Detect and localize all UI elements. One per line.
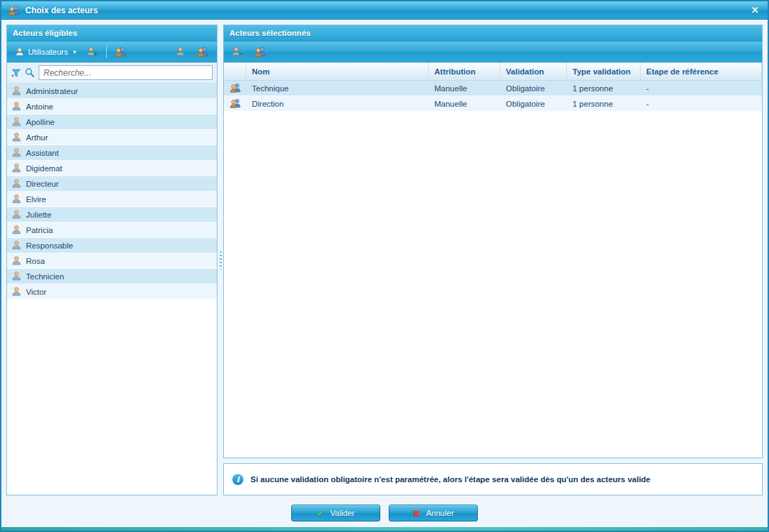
eligible-actors-header: Acteurs éligibles xyxy=(7,25,217,41)
column-header-icon xyxy=(224,62,246,80)
toolbar-divider xyxy=(106,46,107,58)
remove-actor-button[interactable] xyxy=(229,44,246,60)
cell-etape-reference: - xyxy=(641,100,762,108)
validate-button-label: Valider xyxy=(330,509,354,517)
search-input[interactable] xyxy=(39,65,213,80)
table-row[interactable]: Direction Manuelle Obligatoire 1 personn… xyxy=(224,96,762,112)
list-item[interactable]: Rosa xyxy=(7,253,217,269)
select-user-button[interactable] xyxy=(172,44,189,60)
users-filter-label: Utilisateurs xyxy=(28,48,68,56)
group-icon xyxy=(224,98,246,109)
user-name: Arthur xyxy=(26,133,48,142)
search-row xyxy=(7,62,217,84)
list-item[interactable]: Directeur xyxy=(7,176,217,192)
list-item[interactable]: Technicien xyxy=(7,269,217,284)
person-icon xyxy=(11,147,22,158)
add-user-button[interactable] xyxy=(83,44,101,60)
list-item[interactable]: Administrateur xyxy=(7,84,217,99)
user-select-icon xyxy=(175,46,186,57)
column-header-attribution[interactable]: Attribution xyxy=(429,62,500,80)
cell-etape-reference: - xyxy=(641,84,762,93)
select-all-users-button[interactable] xyxy=(194,44,212,60)
user-name: Antoine xyxy=(26,102,53,111)
person-icon xyxy=(11,163,22,173)
user-name: Technicien xyxy=(26,272,64,281)
column-header-validation[interactable]: Validation xyxy=(500,62,567,80)
list-item[interactable]: Juliette xyxy=(7,207,217,222)
user-icon xyxy=(15,47,25,57)
window-title: Choix des acteurs xyxy=(25,6,744,15)
cell-nom: Technique xyxy=(246,84,429,93)
person-icon xyxy=(11,117,22,127)
cross-icon: ✖ xyxy=(413,508,420,519)
user-add-icon xyxy=(86,46,98,57)
list-item[interactable]: Arthur xyxy=(7,130,217,145)
person-icon xyxy=(11,271,22,281)
chevron-down-icon: ▾ xyxy=(73,48,76,55)
splitter-grip-icon xyxy=(220,251,222,270)
person-icon xyxy=(11,209,22,220)
user-name: Directeur xyxy=(26,180,59,188)
cancel-button-label: Annuler xyxy=(426,509,454,517)
user-name: Elvire xyxy=(26,195,46,204)
list-item[interactable]: Apolline xyxy=(7,114,217,130)
footer-bar: ✔ Valider ✖ Annuler xyxy=(1,499,768,527)
table-row[interactable]: Technique Manuelle Obligatoire 1 personn… xyxy=(224,81,762,96)
actors-group-icon xyxy=(8,5,20,16)
search-icon[interactable] xyxy=(25,67,35,78)
person-icon xyxy=(11,286,22,297)
cell-validation: Obligatoire xyxy=(500,100,567,108)
person-icon xyxy=(11,132,22,142)
list-item[interactable]: Assistant xyxy=(7,145,217,161)
selected-actors-header: Acteurs sélectionnés xyxy=(224,25,762,41)
check-icon: ✔ xyxy=(317,508,325,519)
list-item[interactable]: Digidemat xyxy=(7,161,217,176)
person-icon xyxy=(11,178,22,189)
group-remove-icon xyxy=(254,46,267,58)
person-icon xyxy=(11,225,22,235)
selected-actors-toolbar xyxy=(224,41,762,62)
group-select-icon xyxy=(196,46,209,58)
filter-icon[interactable] xyxy=(11,68,21,78)
list-item[interactable]: Responsable xyxy=(7,238,217,253)
column-header-type-validation[interactable]: Type validation xyxy=(567,62,641,80)
list-item[interactable]: Victor xyxy=(7,284,217,300)
remove-group-button[interactable] xyxy=(251,44,269,60)
close-icon[interactable]: ✕ xyxy=(749,5,761,15)
cancel-button[interactable]: ✖ Annuler xyxy=(389,505,478,521)
column-header-nom[interactable]: Nom xyxy=(246,62,429,80)
right-column: Acteurs sélectionnés xyxy=(223,25,763,496)
user-name: Digidemat xyxy=(26,164,62,173)
user-name: Responsable xyxy=(26,241,73,250)
list-item[interactable]: Elvire xyxy=(7,192,217,207)
titlebar: Choix des acteurs ✕ xyxy=(1,1,768,20)
users-filter-dropdown[interactable]: Utilisateurs ▾ xyxy=(12,44,79,60)
user-remove-icon xyxy=(232,46,243,57)
cell-attribution: Manuelle xyxy=(429,100,500,108)
person-icon xyxy=(11,194,22,204)
main-area: Acteurs éligibles Utilisateurs ▾ xyxy=(1,20,768,499)
eligible-users-list: Administrateur Antoine Apolline Arthur xyxy=(7,84,217,495)
validate-button[interactable]: ✔ Valider xyxy=(291,505,380,521)
selected-actors-table-body: Technique Manuelle Obligatoire 1 personn… xyxy=(224,81,762,458)
list-item[interactable]: Patricia xyxy=(7,222,217,238)
table-header-row: Nom Attribution Validation Type validati… xyxy=(224,62,762,81)
group-icon xyxy=(224,83,246,93)
list-item[interactable]: Antoine xyxy=(7,99,217,114)
user-name: Assistant xyxy=(26,149,59,157)
panel-splitter[interactable] xyxy=(218,25,223,496)
info-icon: i xyxy=(232,474,243,485)
cell-type-validation: 1 personne xyxy=(567,100,641,108)
column-header-etape-reference[interactable]: Etape de référence xyxy=(641,62,762,80)
person-icon xyxy=(11,240,22,251)
user-name: Rosa xyxy=(26,257,45,265)
selected-actors-panel: Acteurs sélectionnés xyxy=(223,25,763,458)
add-group-button[interactable] xyxy=(112,44,130,60)
user-name: Juliette xyxy=(26,211,51,219)
bottom-accent-strip xyxy=(1,527,768,531)
user-name: Patricia xyxy=(26,226,53,234)
eligible-actors-panel: Acteurs éligibles Utilisateurs ▾ xyxy=(6,25,218,496)
person-icon xyxy=(11,101,22,112)
cell-attribution: Manuelle xyxy=(429,84,500,93)
cell-type-validation: 1 personne xyxy=(567,84,641,93)
